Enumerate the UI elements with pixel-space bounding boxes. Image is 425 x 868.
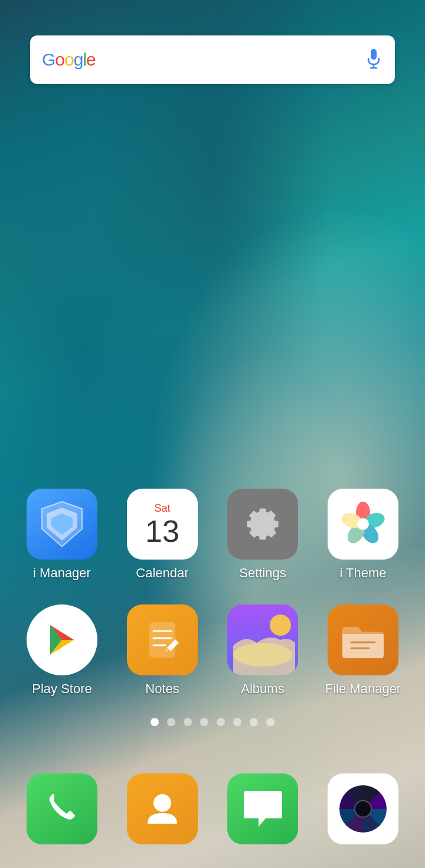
page-dot-3[interactable]: [184, 718, 192, 726]
svg-point-16: [270, 615, 291, 636]
phone-icon: [27, 773, 97, 844]
app-settings[interactable]: Settings: [212, 489, 313, 581]
dock-camera[interactable]: [313, 773, 413, 844]
svg-rect-0: [371, 49, 377, 60]
camera-inner-lens: [354, 800, 372, 818]
calendar-day: Sat: [127, 498, 198, 516]
imanager-icon: [27, 489, 97, 560]
page-dot-5[interactable]: [217, 718, 225, 726]
settings-icon: [227, 489, 298, 560]
page-indicators: [151, 718, 274, 726]
contacts-icon: [127, 773, 198, 844]
page-dot-2[interactable]: [167, 718, 175, 726]
page-dot-6[interactable]: [233, 718, 241, 726]
playstore-icon: [27, 604, 97, 675]
itheme-icon: [328, 489, 398, 560]
dock-contacts[interactable]: [112, 773, 212, 844]
notes-icon: [127, 604, 198, 675]
page-dot-8[interactable]: [266, 718, 274, 726]
google-search-bar[interactable]: Google: [30, 35, 395, 84]
playstore-label: Play Store: [32, 681, 92, 697]
page-dot-7[interactable]: [250, 718, 258, 726]
app-grid: i Manager Sat 13 Calendar Settings: [0, 489, 425, 697]
app-playstore[interactable]: Play Store: [12, 604, 112, 697]
google-logo: Google: [42, 50, 96, 70]
voice-search-icon[interactable]: [364, 47, 383, 72]
itheme-label: i Theme: [339, 565, 386, 581]
home-screen: Google i Manager: [0, 0, 425, 868]
svg-point-17: [153, 794, 171, 812]
imanager-label: i Manager: [33, 565, 91, 581]
camera-icon: [328, 773, 398, 844]
calendar-date: 13: [145, 516, 179, 551]
app-filemanager[interactable]: File Manager: [313, 604, 413, 697]
dock: [0, 773, 425, 844]
calendar-icon: Sat 13: [127, 489, 198, 560]
dock-messages[interactable]: [212, 773, 313, 844]
albums-icon: [227, 604, 298, 675]
page-dot-1[interactable]: [151, 718, 159, 726]
dock-phone[interactable]: [12, 773, 112, 844]
app-imanager[interactable]: i Manager: [12, 489, 112, 581]
app-calendar[interactable]: Sat 13 Calendar: [112, 489, 212, 581]
settings-label: Settings: [239, 565, 286, 581]
albums-label: Albums: [241, 681, 284, 697]
filemanager-label: File Manager: [325, 681, 401, 697]
app-itheme[interactable]: i Theme: [313, 489, 413, 581]
filemanager-icon: [328, 604, 398, 675]
app-albums[interactable]: Albums: [212, 604, 313, 697]
notes-label: Notes: [145, 681, 179, 697]
svg-rect-10: [149, 622, 175, 658]
calendar-label: Calendar: [136, 565, 188, 581]
app-notes[interactable]: Notes: [112, 604, 212, 697]
svg-point-8: [357, 518, 369, 530]
page-dot-4[interactable]: [200, 718, 208, 726]
camera-lens: [339, 785, 387, 833]
messages-icon: [227, 773, 298, 844]
